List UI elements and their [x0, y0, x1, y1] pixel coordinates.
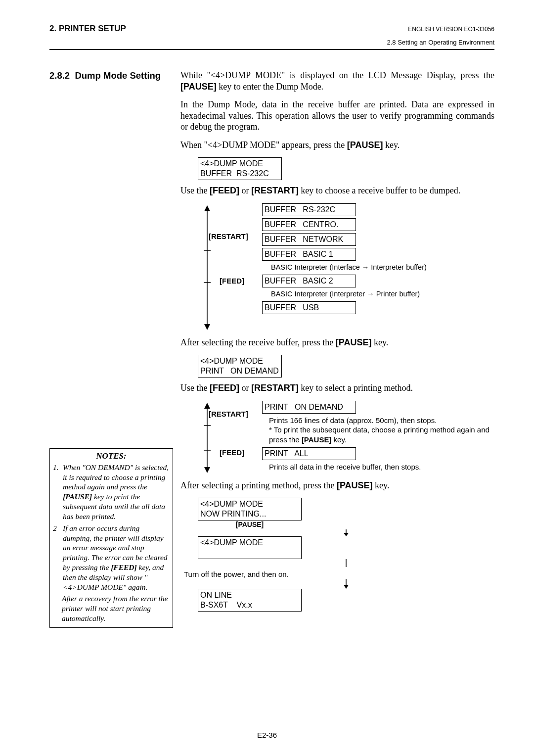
para-feed-restart: Use the [FEED] or [RESTART] key to choos…	[180, 185, 494, 196]
connector-line-icon	[294, 559, 398, 567]
svg-marker-1	[204, 205, 210, 211]
restart-label-2: [RESTART]	[209, 410, 248, 419]
para-after-print-method: After selecting a printing method, press…	[180, 480, 494, 491]
notes-box: NOTES: 1. When "ON DEMAND" is selected, …	[49, 448, 173, 628]
header-right: ENGLISH VERSION EO1-33056	[408, 26, 494, 33]
lcd-now-printing: <4>DUMP MODE NOW PRINTING...	[198, 498, 302, 520]
feed-label: [FEED]	[220, 277, 244, 286]
note-trailer: After a recovery from the error the prin…	[62, 594, 171, 623]
header-subtitle: 2.8 Setting an Operating Environment	[49, 39, 494, 46]
buffer-opt-basic1: BUFFER BASIC 1	[262, 248, 356, 261]
buffer-basic1-note: BASIC Interpreter (Interface → Interpret…	[271, 263, 494, 272]
lcd-dump-print: <4>DUMP MODE PRINT ON DEMAND	[198, 355, 282, 378]
buffer-basic2-note: BASIC Interpreter (Interpreter → Printer…	[271, 289, 494, 298]
notes-title: NOTES:	[52, 451, 171, 462]
feed-label-2: [FEED]	[220, 448, 244, 458]
turnoff-text: Turn off the power, and then on.	[184, 570, 312, 579]
page-number: E2-36	[0, 731, 534, 739]
header-rule	[49, 49, 494, 50]
svg-marker-7	[204, 467, 210, 473]
lcd-online: ON LINE B-SX6T Vx.x	[198, 589, 302, 612]
para-when: When "<4>DUMP MODE" appears, press the […	[180, 140, 494, 151]
page-header: 2. PRINTER SETUP ENGLISH VERSION EO1-330…	[49, 24, 494, 34]
pause-label: [PAUSE]	[198, 520, 302, 529]
print-all-desc: Prints all data in the receive buffer, t…	[269, 462, 494, 472]
lcd-dump-buffer: <4>DUMP MODE BUFFER RS-232C	[198, 157, 282, 180]
print-ondemand-desc: Prints 166 lines of data (approx. 50cm),…	[269, 416, 494, 445]
down-arrow-icon	[294, 529, 398, 536]
print-all-lcd: PRINT ALL	[262, 447, 356, 460]
note-text-1: When "ON DEMAND" is selected, it is requ…	[63, 463, 170, 521]
para-select-print: Use the [FEED] or [RESTART] key to selec…	[180, 382, 494, 394]
buffer-opt-centro: BUFFER CENTRO.	[262, 218, 356, 231]
header-left: 2. PRINTER SETUP	[49, 24, 126, 34]
buffer-opt-basic2: BUFFER BASIC 2	[262, 275, 356, 287]
section-number: 2.8.2	[49, 70, 70, 81]
final-sequence: <4>DUMP MODE NOW PRINTING... [PAUSE] <4>…	[198, 498, 494, 612]
para-desc: In the Dump Mode, data in the receive bu…	[180, 99, 494, 133]
left-column: 2.8.2 Dump Mode Setting NOTES: 1. When "…	[49, 70, 173, 628]
buffer-opt-rs232c: BUFFER RS-232C	[262, 203, 356, 216]
restart-label: [RESTART]	[209, 232, 248, 241]
buffer-opt-usb: BUFFER USB	[262, 301, 356, 314]
svg-marker-11	[344, 533, 349, 536]
svg-marker-2	[204, 324, 210, 330]
para-intro: While "<4>DUMP MODE" is displayed on the…	[180, 70, 494, 92]
section-title: Dump Mode Setting	[75, 70, 161, 81]
svg-marker-14	[344, 585, 349, 589]
svg-marker-6	[204, 403, 210, 409]
note-text-2: If an error occurs during dumping, the p…	[63, 523, 170, 592]
updown-arrow-icon	[198, 203, 217, 332]
section-heading: 2.8.2 Dump Mode Setting	[49, 70, 173, 82]
buffer-diagram: [RESTART] [FEED] BUFFER RS-232C BUFFER C…	[198, 203, 494, 332]
note-num-1: 1.	[53, 463, 63, 521]
note-num-2: 2	[53, 523, 63, 592]
lcd-dump-blank: <4>DUMP MODE	[198, 536, 302, 559]
buffer-opt-network: BUFFER NETWORK	[262, 233, 356, 246]
print-ondemand-lcd: PRINT ON DEMAND	[262, 401, 356, 414]
para-after-buffer: After selecting the receive buffer, pres…	[180, 337, 494, 348]
main-body: While "<4>DUMP MODE" is displayed on the…	[180, 70, 494, 612]
print-method-diagram: [RESTART] [FEED] PRINT ON DEMAND Prints …	[198, 401, 494, 475]
down-arrow-icon-2	[294, 579, 398, 589]
